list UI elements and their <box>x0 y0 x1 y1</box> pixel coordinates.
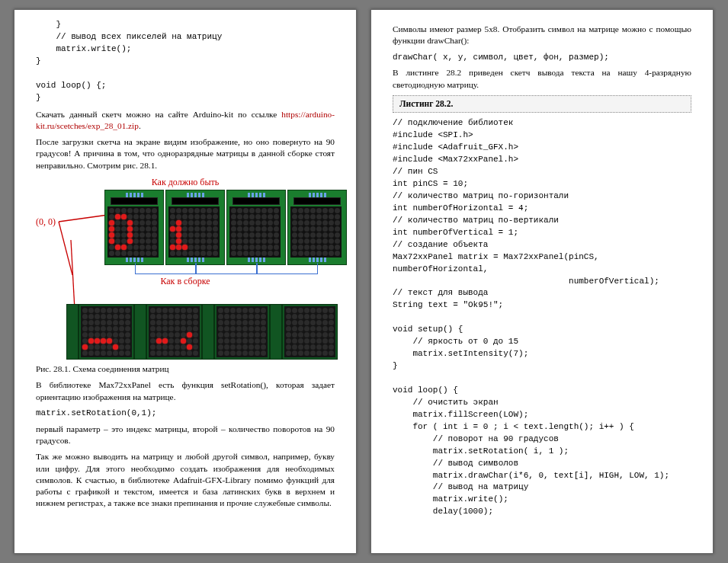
led-matrix <box>81 306 132 357</box>
driver-chip-icon <box>293 197 341 205</box>
driver-chip-icon <box>172 197 219 205</box>
matrix-module <box>226 190 286 265</box>
paragraph-download: Скачать данный скетч можно на сайте Ardu… <box>36 109 335 133</box>
figure-row-assembly <box>36 290 335 359</box>
matrix-module <box>66 304 134 360</box>
code-block-top: } // вывод всех пикселей на матрицу matr… <box>36 19 335 104</box>
led-matrix <box>284 306 335 357</box>
led-matrix <box>168 206 220 258</box>
driver-chip-icon <box>111 197 158 205</box>
matrix-board-row <box>104 190 347 265</box>
driver-chip-icon <box>66 304 79 360</box>
text: . <box>139 121 141 130</box>
code-inline-drawchar: drawChar( x, y, символ, цвет, фон, разме… <box>393 52 691 63</box>
figure-label-correct: Как должно быть <box>36 176 335 188</box>
paragraph-params: первый параметр – это индекс матрицы, вт… <box>36 424 335 447</box>
matrix-module <box>104 190 164 265</box>
page-right: Символы имеют размер 5х8. Отобразить сим… <box>370 9 714 554</box>
page-left: } // вывод всех пикселей на матрицу matr… <box>14 9 357 554</box>
led-matrix <box>107 206 159 258</box>
figure-origin-label: (0, 0) <box>36 216 56 228</box>
figure-28-1: Как должно быть (0, 0) Как в сборке <box>36 176 335 376</box>
led-matrix <box>216 306 268 357</box>
text: Скачать данный скетч можно на сайте Ardu… <box>36 110 281 119</box>
paragraph-symbols: Так же можно выводить на матрицу и любой… <box>36 451 335 509</box>
wire-icon <box>196 263 257 274</box>
paragraph-after-download: После загрузки скетча на экране видим из… <box>36 136 335 171</box>
paragraph-library: В библиотеке Max72xxPanel есть функция s… <box>36 379 335 403</box>
pin-header-icon <box>229 258 283 262</box>
wire-icon <box>135 263 196 274</box>
driver-chip-icon <box>270 304 282 360</box>
driver-chip-icon <box>202 304 214 360</box>
code-inline-rotation: matrix.setRotation(0,1); <box>36 408 335 419</box>
matrix-module <box>270 304 338 360</box>
paragraph-listing-intro: В листинге 28.2 приведен скетч вывода те… <box>393 67 691 91</box>
matrix-assembly-row <box>66 304 338 360</box>
led-matrix <box>229 206 281 258</box>
matrix-module <box>287 190 347 265</box>
document-viewport: } // вывод всех пикселей на матрицу matr… <box>0 0 728 563</box>
figure-caption: Рис. 28.1. Схема соединения матриц <box>36 363 335 375</box>
led-matrix <box>290 206 342 258</box>
driver-chip-icon <box>233 197 280 205</box>
code-block-listing-28-2: // подключение библиотек #include <SPI.h… <box>393 117 691 518</box>
driver-chip-icon <box>134 304 146 360</box>
wire-icon <box>257 263 318 274</box>
led-matrix <box>149 306 200 357</box>
matrix-module <box>202 304 270 360</box>
listing-28-2-header: Листинг 28.2. <box>393 95 691 114</box>
pin-header-icon <box>107 258 161 262</box>
matrix-module <box>165 190 225 265</box>
pin-header-icon <box>168 258 222 262</box>
pin-header-icon <box>290 258 344 262</box>
paragraph-drawchar-intro: Символы имеют размер 5х8. Отобразить сим… <box>393 24 691 47</box>
matrix-module <box>134 304 202 360</box>
